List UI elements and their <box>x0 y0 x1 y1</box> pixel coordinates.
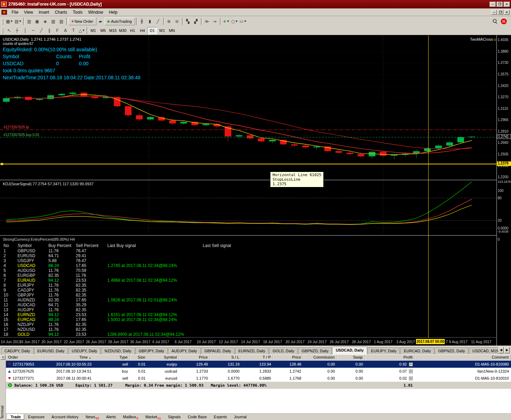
terminal-close-button[interactable]: × <box>1 355 5 360</box>
close-order-button[interactable]: × <box>409 376 413 380</box>
chart-tab-usdjpy-daily[interactable]: USDJPY, Daily <box>68 347 101 354</box>
chart-area[interactable]: USDCAD,Daily 1.2741 1.2746 1.2737 1.2741… <box>0 35 511 346</box>
timeframe-h1-button[interactable]: H1 <box>128 27 137 34</box>
panel-divider[interactable] <box>0 235 496 236</box>
chart-tab-eurusd-daily[interactable]: EURUSD, Daily <box>34 347 68 354</box>
price-scale[interactable]: 1.2741 1.2379 1.40351.38801.37301.35751.… <box>497 35 511 346</box>
child-minimize-button[interactable]: ─ <box>491 10 497 15</box>
navigator-button[interactable]: ◈ <box>41 18 49 25</box>
column-header-s-l[interactable]: S / L <box>210 354 242 361</box>
menu-insert[interactable]: Insert <box>36 9 52 16</box>
toolbar-grip[interactable] <box>2 18 3 25</box>
tab-scroll-right-button[interactable]: ▶ <box>504 347 510 353</box>
toolbar-grip[interactable] <box>2 27 3 34</box>
timeframe-m30-button[interactable]: M30 <box>118 27 128 34</box>
close-order-button[interactable]: × <box>409 369 413 373</box>
restore-button[interactable]: ❐ <box>497 2 503 7</box>
stop-line-handle[interactable] <box>1 163 3 165</box>
chart-tab-gold-daily[interactable]: GOLD, Daily <box>269 347 298 354</box>
new-chart-button[interactable]: ▦▼ <box>5 18 14 25</box>
chart-tab-usdcad-daily[interactable]: USDCAD, Daily <box>332 347 367 354</box>
vertical-marker-line[interactable] <box>428 36 429 338</box>
menu-tools[interactable]: Tools <box>70 9 86 16</box>
timeframe-d1-button[interactable]: D1 <box>147 27 157 34</box>
chart-tab-nzdusd-daily[interactable]: NZDUSD, Daily <box>101 347 135 354</box>
column-header-price[interactable]: Price <box>179 354 210 361</box>
chart-tab-gbpaud-daily[interactable]: GBPAUD, Daily <box>201 347 235 354</box>
crosshair-tool-button[interactable]: ┼ <box>13 27 21 34</box>
strategy-tester-button[interactable]: ▨ <box>57 18 65 25</box>
column-header-commission[interactable]: Commission <box>303 354 337 361</box>
timeframe-mn-button[interactable]: MN <box>167 27 177 34</box>
autotrading-button[interactable]: ▶AutoTrading <box>105 18 135 25</box>
terminal-tab-trade[interactable]: Trade <box>7 414 24 420</box>
market-watch-button[interactable]: ▥ <box>25 18 33 25</box>
notifications-badge[interactable]: 31 <box>501 19 507 24</box>
terminal-tab-signals[interactable]: Signals <box>165 414 184 419</box>
minimize-button[interactable]: ─ <box>490 2 496 7</box>
chart-tab-eurjpy-daily[interactable]: EURJPY, Daily <box>368 347 400 354</box>
horizontal-line-tool-button[interactable]: ─ <box>29 27 37 34</box>
candlestick-chart-button[interactable]: ▮ <box>146 18 154 25</box>
timeframe-w1-button[interactable]: W1 <box>157 27 167 34</box>
terminal-tab-journal[interactable]: Journal <box>231 414 250 419</box>
chart-tab-cadjpy-daily[interactable]: CADJPY, Daily <box>1 347 34 354</box>
auto-scroll-button[interactable]: ≫ <box>203 18 211 25</box>
chart-tab-usdcad-m15[interactable]: USDCAD, M15 <box>469 347 502 354</box>
terminal-tab-exposure[interactable]: Exposure <box>25 414 47 419</box>
templates-button[interactable]: ▭▼ <box>238 18 247 25</box>
search-icon[interactable] <box>493 19 497 24</box>
bar-chart-button[interactable]: ╫ <box>138 18 146 25</box>
menu-window[interactable]: Window <box>86 9 106 16</box>
vertical-line-tool-button[interactable]: │ <box>21 27 29 34</box>
metaeditor-button[interactable]: ▰ <box>96 18 105 25</box>
chart-tab-audjpy-daily[interactable]: AUDJPY, Daily <box>168 347 201 354</box>
periods-button[interactable]: ○▼ <box>230 18 238 25</box>
panel-divider[interactable] <box>0 180 496 180</box>
column-header-profit[interactable]: Profit <box>365 354 415 361</box>
zoom-in-button[interactable]: ⊕ <box>165 18 173 25</box>
data-window-button[interactable]: ▣ <box>33 18 41 25</box>
line-chart-button[interactable]: ╱ <box>154 18 162 25</box>
terminal-tab-news[interactable]: News99 <box>82 414 102 419</box>
chart-tab-eurnzd-daily[interactable]: EURNZD, Daily <box>235 347 269 354</box>
zoom-out-button[interactable]: ⊖ <box>173 18 181 25</box>
new-order-button[interactable]: +New Order <box>68 18 96 25</box>
text-label-tool-button[interactable]: T <box>69 27 78 34</box>
terminal-tab-code-base[interactable]: Code Base <box>184 414 210 419</box>
cascade-windows-button[interactable]: ▞ <box>192 18 200 25</box>
chart-tab-eurcad-daily[interactable]: EURCAD, Daily <box>400 347 434 354</box>
timeframe-h4-button[interactable]: H4 <box>137 27 147 34</box>
column-header-order[interactable]: Order <box>6 354 45 361</box>
column-header-swap[interactable]: Swap <box>337 354 365 361</box>
menu-help[interactable]: Help <box>106 9 120 16</box>
fibonacci-tool-button[interactable]: F <box>53 27 61 34</box>
column-header-time[interactable]: Time▲ <box>45 354 94 361</box>
menu-file[interactable]: File <box>9 9 21 16</box>
order-row[interactable]: 12733773712017.08.11 00:00:41sell0.01eur… <box>6 375 511 382</box>
chart-tab-gbpnzd-daily[interactable]: GBPNZD, Daily <box>298 347 332 354</box>
column-header-size[interactable]: Size <box>130 354 148 361</box>
column-header-type[interactable]: Type <box>94 354 130 361</box>
trendline-tool-button[interactable]: ╱ <box>37 27 45 34</box>
terminal-button[interactable]: ▧ <box>49 18 57 25</box>
terminal-tab-market[interactable]: Market41 <box>142 414 164 419</box>
timeframe-m15-button[interactable]: M15 <box>108 27 118 34</box>
terminal-tab-experts[interactable]: Experts <box>211 414 230 419</box>
text-tool-button[interactable]: A <box>61 27 69 34</box>
child-close-button[interactable]: × <box>504 10 510 15</box>
profiles-button[interactable]: ▤▼ <box>14 18 22 25</box>
order-row[interactable]: 12731790532017.08.10 03:55:23sell0.01eur… <box>6 361 511 368</box>
terminal-tab-alerts[interactable]: Alerts <box>103 414 119 419</box>
channel-tool-button[interactable]: ∥ <box>45 27 53 34</box>
close-order-button[interactable]: × <box>409 362 413 366</box>
close-button[interactable]: × <box>504 2 510 7</box>
chart-tab-gbpnzd-daily[interactable]: GBPNZD, Daily <box>435 347 468 354</box>
arrows-tool-button[interactable]: △▼ <box>78 27 86 34</box>
menu-charts[interactable]: Charts <box>52 9 70 16</box>
tile-windows-button[interactable]: ▚ <box>184 18 192 25</box>
terminal-tab-account-history[interactable]: Account History <box>48 414 82 419</box>
cursor-tool-button[interactable]: ↖ <box>5 27 13 34</box>
tab-scroll-left-button[interactable]: ◀ <box>498 347 504 353</box>
chart-shift-button[interactable]: ⇒ <box>211 18 219 25</box>
